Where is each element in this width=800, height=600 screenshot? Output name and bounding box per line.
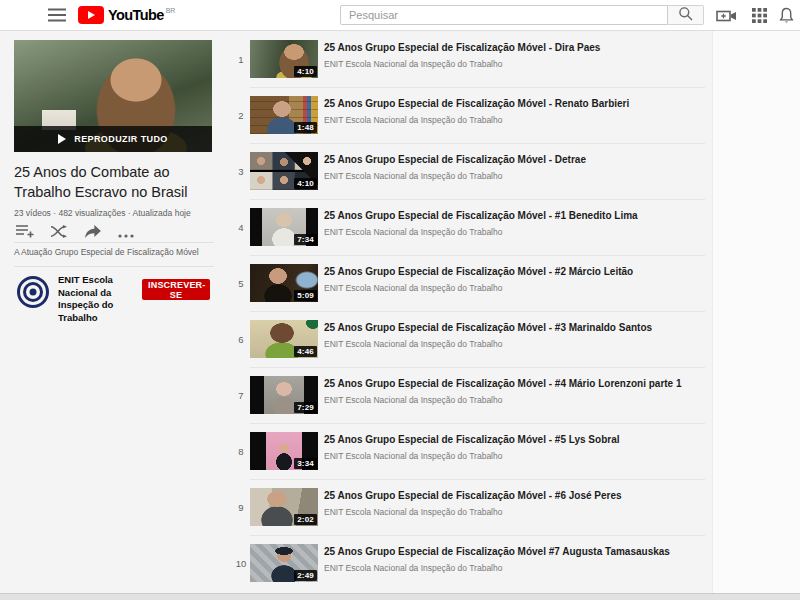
video-row-4[interactable]: 4 7:34 25 Anos Grupo Especial de Fiscali… <box>234 208 705 252</box>
row-divider <box>250 311 705 312</box>
video-index: 7 <box>234 390 248 401</box>
duration-badge: 3:34 <box>294 458 317 469</box>
duration-badge: 4:46 <box>294 346 317 357</box>
row-divider <box>250 143 705 144</box>
subscribe-button[interactable]: INSCREVER-SE <box>142 279 210 300</box>
video-index: 6 <box>234 334 248 345</box>
video-channel[interactable]: ENIT Escola Nacional da Inspeção do Trab… <box>324 395 704 405</box>
right-margin <box>712 30 800 593</box>
search-button[interactable] <box>668 5 704 25</box>
video-channel[interactable]: ENIT Escola Nacional da Inspeção do Trab… <box>324 171 704 181</box>
video-thumbnail[interactable]: 3:34 <box>250 432 318 470</box>
play-all-label: REPRODUZIR TUDO <box>74 134 168 144</box>
duration-badge: 1:48 <box>294 122 317 133</box>
video-row-5[interactable]: 5 5:09 25 Anos Grupo Especial de Fiscali… <box>234 264 705 308</box>
more-actions-icon[interactable] <box>118 224 138 238</box>
row-divider <box>250 423 705 424</box>
playlist-video-list: 1 4:10 25 Anos Grupo Especial de Fiscali… <box>234 0 705 600</box>
duration-badge: 2:02 <box>294 514 317 525</box>
video-title[interactable]: 25 Anos Grupo Especial de Fiscalização M… <box>324 266 704 277</box>
playlist-stats: 23 vídeos · 482 visualizações · Atualiza… <box>14 208 214 218</box>
row-divider <box>250 535 705 536</box>
video-row-3[interactable]: 3 4:10 25 Anos Grupo Especial de Fiscali… <box>234 152 705 196</box>
video-thumbnail[interactable]: 4:10 <box>250 40 318 78</box>
video-channel[interactable]: ENIT Escola Nacional da Inspeção do Trab… <box>324 115 704 125</box>
video-channel[interactable]: ENIT Escola Nacional da Inspeção do Trab… <box>324 339 704 349</box>
video-row-6[interactable]: 6 4:46 25 Anos Grupo Especial de Fiscali… <box>234 320 705 364</box>
video-title[interactable]: 25 Anos Grupo Especial de Fiscalização M… <box>324 154 704 165</box>
video-thumbnail[interactable]: 7:34 <box>250 208 318 246</box>
video-thumbnail[interactable]: 4:10 <box>250 152 318 190</box>
youtube-logo[interactable]: YouTube BR <box>78 5 175 25</box>
playlist-actions <box>14 222 214 240</box>
video-channel[interactable]: ENIT Escola Nacional da Inspeção do Trab… <box>324 227 704 237</box>
playlist-title: 25 Anos do Combate ao Trabalho Escravo n… <box>14 162 214 202</box>
video-index: 3 <box>234 166 248 177</box>
divider <box>14 242 214 243</box>
video-thumbnail[interactable]: 7:29 <box>250 376 318 414</box>
row-divider <box>250 255 705 256</box>
video-thumbnail[interactable]: 1:48 <box>250 96 318 134</box>
menu-icon[interactable] <box>48 8 66 22</box>
notifications-icon[interactable] <box>775 7 797 24</box>
country-badge: BR <box>166 7 176 14</box>
create-video-icon[interactable] <box>716 7 738 24</box>
video-title[interactable]: 25 Anos Grupo Especial de Fiscalização M… <box>324 322 704 333</box>
video-title[interactable]: 25 Anos Grupo Especial de Fiscalização M… <box>324 42 704 53</box>
video-row-2[interactable]: 2 1:48 25 Anos Grupo Especial de Fiscali… <box>234 96 705 140</box>
youtube-logo-icon <box>78 6 104 24</box>
duration-badge: 4:10 <box>294 66 317 77</box>
video-row-10[interactable]: 10 2:49 25 Anos Grupo Especial de Fiscal… <box>234 544 705 588</box>
video-title[interactable]: 25 Anos Grupo Especial de Fiscalização M… <box>324 490 704 501</box>
video-title[interactable]: 25 Anos Grupo Especial de Fiscalização M… <box>324 210 704 221</box>
share-icon[interactable] <box>84 224 104 238</box>
shuffle-icon[interactable] <box>50 224 70 238</box>
duration-badge: 4:10 <box>294 178 317 189</box>
top-bar: YouTube BR <box>0 0 800 31</box>
duration-badge: 7:34 <box>294 234 317 245</box>
video-index: 9 <box>234 502 248 513</box>
search-bar <box>340 5 704 25</box>
video-index: 2 <box>234 110 248 121</box>
channel-name[interactable]: ENIT Escola Nacional da Inspeção do Trab… <box>58 274 150 324</box>
video-index: 10 <box>234 558 248 569</box>
video-index: 1 <box>234 54 248 65</box>
play-icon <box>58 134 66 144</box>
search-icon <box>678 6 693 24</box>
video-title[interactable]: 25 Anos Grupo Especial de Fiscalização M… <box>324 98 704 109</box>
video-thumbnail[interactable]: 4:46 <box>250 320 318 358</box>
row-divider <box>250 199 705 200</box>
channel-row: ENIT Escola Nacional da Inspeção do Trab… <box>14 273 214 319</box>
row-divider <box>250 367 705 368</box>
video-title[interactable]: 25 Anos Grupo Especial de Fiscalização M… <box>324 378 704 389</box>
video-title[interactable]: 25 Anos Grupo Especial de Fiscalização M… <box>324 434 704 445</box>
video-row-8[interactable]: 8 3:34 25 Anos Grupo Especial de Fiscali… <box>234 432 705 476</box>
apps-icon[interactable] <box>748 7 770 24</box>
video-channel[interactable]: ENIT Escola Nacional da Inspeção do Trab… <box>324 283 704 293</box>
video-title[interactable]: 25 Anos Grupo Especial de Fiscalização M… <box>324 546 704 557</box>
divider <box>14 266 214 267</box>
video-channel[interactable]: ENIT Escola Nacional da Inspeção do Trab… <box>324 451 704 461</box>
youtube-logo-text: YouTube <box>108 7 164 23</box>
video-thumbnail[interactable]: 5:09 <box>250 264 318 302</box>
duration-badge: 7:29 <box>294 402 317 413</box>
video-channel[interactable]: ENIT Escola Nacional da Inspeção do Trab… <box>324 563 704 573</box>
video-thumbnail[interactable]: 2:02 <box>250 488 318 526</box>
video-row-7[interactable]: 7 7:29 25 Anos Grupo Especial de Fiscali… <box>234 376 705 420</box>
duration-badge: 2:49 <box>294 570 317 581</box>
search-input[interactable] <box>340 5 668 25</box>
save-playlist-icon[interactable] <box>16 224 36 238</box>
playlist-description: A Atuação Grupo Especial de Fiscalização… <box>14 247 214 257</box>
play-all-button[interactable]: REPRODUZIR TUDO <box>14 126 212 152</box>
playlist-thumbnail[interactable]: REPRODUZIR TUDO <box>14 40 212 152</box>
channel-logo-icon[interactable] <box>16 275 50 309</box>
video-row-9[interactable]: 9 2:02 25 Anos Grupo Especial de Fiscali… <box>234 488 705 532</box>
row-divider <box>250 479 705 480</box>
video-channel[interactable]: ENIT Escola Nacional da Inspeção do Trab… <box>324 507 704 517</box>
video-row-1[interactable]: 1 4:10 25 Anos Grupo Especial de Fiscali… <box>234 40 705 84</box>
video-index: 5 <box>234 278 248 289</box>
video-thumbnail[interactable]: 2:49 <box>250 544 318 582</box>
duration-badge: 5:09 <box>294 290 317 301</box>
video-channel[interactable]: ENIT Escola Nacional da Inspeção do Trab… <box>324 59 704 69</box>
video-index: 8 <box>234 446 248 457</box>
